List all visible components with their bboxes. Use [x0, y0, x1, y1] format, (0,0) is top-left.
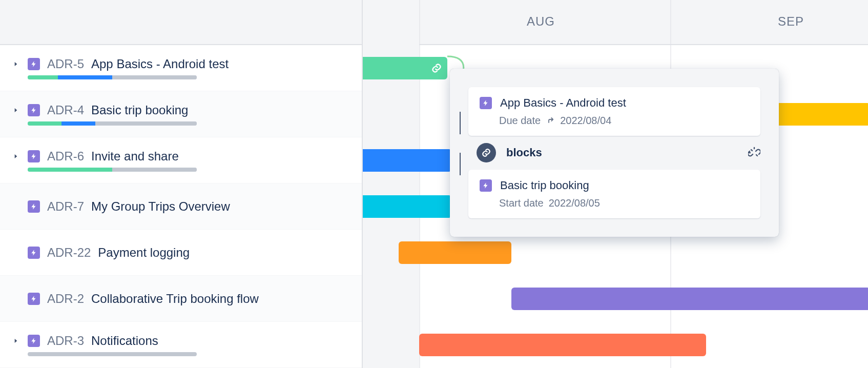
epic-icon [28, 200, 40, 213]
link-icon[interactable] [431, 63, 442, 74]
issue-rows: ADR-5App Basics - Android testADR-4Basic… [0, 45, 362, 368]
issue-key[interactable]: ADR-6 [47, 149, 84, 163]
timeline-bar[interactable] [363, 149, 452, 172]
expand-chevron-icon[interactable] [11, 337, 20, 344]
due-date-value: 2022/08/04 [560, 115, 611, 127]
month-label: AUG [527, 14, 555, 29]
timeline-header: AUG SEP [363, 0, 868, 45]
expand-chevron-icon[interactable] [11, 107, 20, 114]
timeline-bar[interactable] [399, 241, 511, 264]
dependency-target-card[interactable]: Basic trip booking Start date 2022/08/05 [468, 170, 760, 218]
epic-icon [28, 293, 40, 305]
epic-icon [480, 179, 492, 192]
epic-icon [28, 104, 40, 116]
progress-bar [28, 121, 197, 126]
issue-key[interactable]: ADR-2 [47, 292, 84, 306]
issue-key[interactable]: ADR-3 [47, 334, 84, 348]
epic-icon [480, 97, 492, 109]
issue-title[interactable]: Notifications [91, 334, 158, 348]
issue-row[interactable]: ADR-7My Group Trips Overview [0, 183, 362, 230]
relation-label: blocks [506, 146, 542, 159]
issue-list-panel: ADR-5App Basics - Android testADR-4Basic… [0, 0, 363, 368]
issue-row[interactable]: ADR-3Notifications [0, 322, 362, 368]
link-icon [477, 143, 496, 162]
timeline-bar[interactable] [363, 195, 452, 218]
issue-key[interactable]: ADR-4 [47, 103, 84, 117]
issue-key[interactable]: ADR-22 [47, 246, 91, 260]
target-title: Basic trip booking [500, 179, 589, 192]
grid-line [419, 0, 420, 368]
issue-title[interactable]: My Group Trips Overview [91, 199, 230, 214]
issue-key[interactable]: ADR-5 [47, 57, 84, 71]
unlink-button[interactable] [748, 147, 760, 159]
roadmap-root: ADR-5App Basics - Android testADR-4Basic… [0, 0, 868, 368]
timeline-bar[interactable] [363, 57, 447, 79]
issue-title[interactable]: Basic trip booking [91, 103, 188, 117]
issue-title[interactable]: Payment logging [98, 246, 190, 260]
issue-title[interactable]: Collaborative Trip booking flow [91, 292, 259, 306]
dependency-popover: App Basics - Android test Due date 2022/… [450, 69, 779, 237]
epic-icon [28, 335, 40, 347]
issue-row[interactable]: ADR-6Invite and share [0, 137, 362, 183]
month-label: SEP [778, 14, 804, 29]
start-date-value: 2022/08/05 [549, 197, 600, 209]
due-date-label: Due date [499, 115, 541, 127]
progress-bar [28, 75, 197, 79]
issue-row[interactable]: ADR-2Collaborative Trip booking flow [0, 276, 362, 322]
epic-icon [28, 58, 40, 70]
expand-chevron-icon[interactable] [11, 60, 20, 68]
issue-row[interactable]: ADR-4Basic trip booking [0, 91, 362, 137]
issue-row[interactable]: ADR-22Payment logging [0, 230, 362, 276]
issue-key[interactable]: ADR-7 [47, 199, 84, 214]
timeline-bar[interactable] [511, 288, 868, 310]
issue-title[interactable]: Invite and share [91, 149, 179, 163]
start-date-label: Start date [499, 197, 544, 209]
past-band [363, 0, 419, 368]
epic-icon [28, 150, 40, 162]
epic-icon [28, 247, 40, 259]
timeline-bar[interactable] [419, 334, 706, 356]
source-title: App Basics - Android test [500, 96, 626, 110]
timeline-panel[interactable]: AUG SEP App Basics - Android test [363, 0, 868, 368]
expand-chevron-icon[interactable] [11, 153, 20, 160]
arrow-turn-icon [546, 116, 555, 126]
dependency-relation: blocks [477, 143, 760, 162]
progress-bar [28, 168, 197, 172]
issue-row[interactable]: ADR-5App Basics - Android test [0, 45, 362, 91]
dependency-source-card[interactable]: App Basics - Android test Due date 2022/… [468, 87, 760, 136]
issue-title[interactable]: App Basics - Android test [91, 57, 229, 71]
issue-list-header [0, 0, 362, 45]
progress-bar [28, 352, 197, 356]
